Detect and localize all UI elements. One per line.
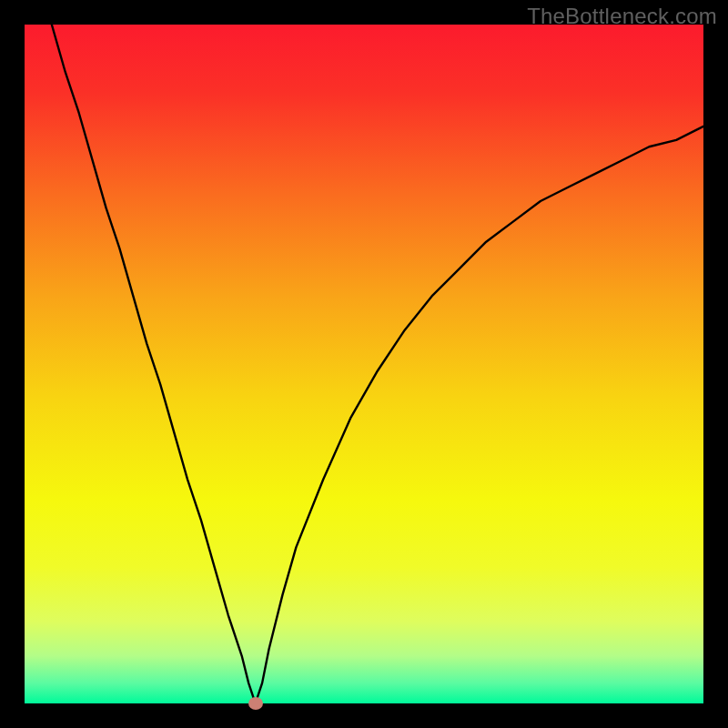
gradient-background: [25, 25, 703, 703]
bottleneck-plot: [25, 25, 703, 703]
chart-frame: TheBottleneck.com: [0, 0, 728, 728]
optimal-point-marker: [248, 697, 263, 710]
